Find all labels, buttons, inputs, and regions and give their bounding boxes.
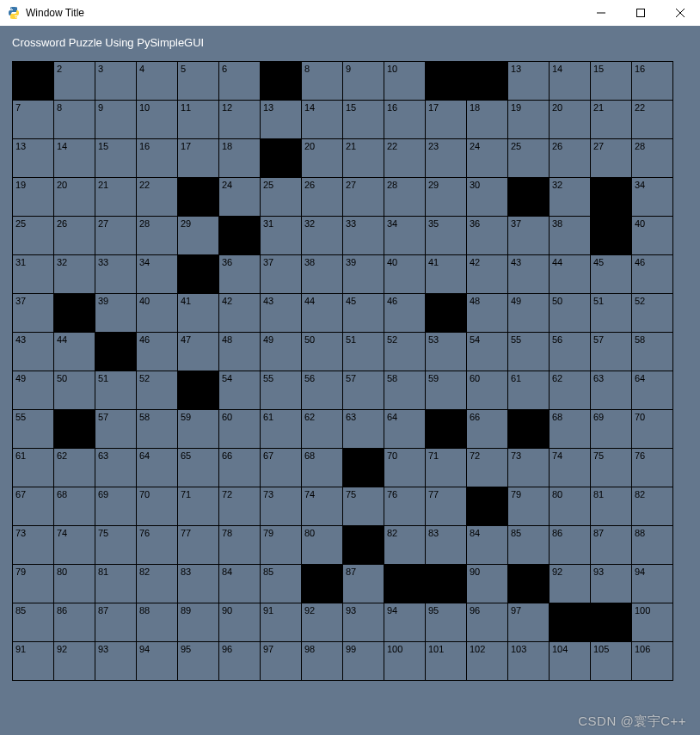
- crossword-cell[interactable]: 59: [178, 410, 219, 449]
- crossword-cell[interactable]: 55: [261, 371, 302, 410]
- crossword-cell[interactable]: 31: [13, 255, 54, 294]
- crossword-cell[interactable]: 17: [178, 139, 219, 178]
- crossword-cell[interactable]: 83: [426, 526, 467, 565]
- crossword-cell[interactable]: 40: [632, 217, 673, 255]
- crossword-cell[interactable]: 9: [95, 101, 137, 139]
- crossword-cell[interactable]: 18: [219, 139, 261, 178]
- crossword-cell[interactable]: 9: [343, 62, 384, 101]
- crossword-cell[interactable]: 82: [137, 565, 178, 603]
- crossword-cell[interactable]: 39: [343, 255, 384, 294]
- crossword-cell[interactable]: 68: [550, 410, 591, 449]
- crossword-cell[interactable]: 97: [508, 603, 550, 642]
- crossword-cell[interactable]: 64: [384, 410, 426, 449]
- crossword-cell[interactable]: 34: [384, 217, 426, 255]
- crossword-cell[interactable]: 50: [550, 294, 591, 333]
- crossword-cell[interactable]: 26: [550, 139, 591, 178]
- crossword-cell[interactable]: 74: [302, 487, 343, 526]
- crossword-cell[interactable]: 57: [591, 333, 632, 371]
- crossword-cell[interactable]: 2: [54, 62, 95, 101]
- crossword-cell[interactable]: 73: [13, 526, 54, 565]
- crossword-cell[interactable]: 19: [13, 178, 54, 217]
- crossword-cell[interactable]: 37: [13, 294, 54, 333]
- crossword-cell[interactable]: 59: [426, 371, 467, 410]
- crossword-cell[interactable]: 5: [178, 62, 219, 101]
- crossword-cell[interactable]: 51: [591, 294, 632, 333]
- crossword-cell[interactable]: 77: [426, 487, 467, 526]
- crossword-cell[interactable]: 75: [343, 487, 384, 526]
- crossword-cell[interactable]: 62: [302, 410, 343, 449]
- crossword-cell[interactable]: 10: [137, 101, 178, 139]
- crossword-cell[interactable]: 36: [219, 255, 261, 294]
- crossword-cell[interactable]: 21: [591, 101, 632, 139]
- crossword-cell[interactable]: 79: [508, 487, 550, 526]
- crossword-cell[interactable]: 86: [54, 603, 95, 642]
- crossword-cell[interactable]: 82: [384, 526, 426, 565]
- crossword-cell[interactable]: 61: [508, 371, 550, 410]
- crossword-cell[interactable]: 19: [508, 101, 550, 139]
- crossword-cell[interactable]: 80: [302, 526, 343, 565]
- crossword-cell[interactable]: 20: [302, 139, 343, 178]
- crossword-cell[interactable]: 88: [632, 526, 673, 565]
- crossword-cell[interactable]: 87: [591, 526, 632, 565]
- crossword-cell[interactable]: 57: [95, 410, 137, 449]
- crossword-cell[interactable]: 81: [591, 487, 632, 526]
- crossword-cell[interactable]: 55: [508, 333, 550, 371]
- crossword-cell[interactable]: 60: [219, 410, 261, 449]
- crossword-cell[interactable]: 17: [426, 101, 467, 139]
- crossword-cell[interactable]: 52: [384, 333, 426, 371]
- crossword-cell[interactable]: 41: [426, 255, 467, 294]
- crossword-cell[interactable]: 90: [219, 603, 261, 642]
- crossword-cell[interactable]: 85: [261, 565, 302, 603]
- crossword-cell[interactable]: 13: [508, 62, 550, 101]
- crossword-cell[interactable]: 34: [137, 255, 178, 294]
- crossword-cell[interactable]: 70: [137, 487, 178, 526]
- crossword-cell[interactable]: 41: [178, 294, 219, 333]
- crossword-cell[interactable]: 45: [343, 294, 384, 333]
- crossword-cell[interactable]: 87: [343, 565, 384, 603]
- crossword-cell[interactable]: 74: [54, 526, 95, 565]
- crossword-cell[interactable]: 56: [302, 371, 343, 410]
- crossword-cell[interactable]: 16: [384, 101, 426, 139]
- crossword-cell[interactable]: 68: [54, 487, 95, 526]
- minimize-button[interactable]: [581, 0, 621, 26]
- crossword-cell[interactable]: 22: [137, 178, 178, 217]
- crossword-cell[interactable]: 76: [137, 526, 178, 565]
- crossword-cell[interactable]: 100: [384, 642, 426, 681]
- crossword-cell[interactable]: 21: [343, 139, 384, 178]
- crossword-cell[interactable]: 49: [261, 333, 302, 371]
- crossword-cell[interactable]: 91: [13, 642, 54, 681]
- crossword-cell[interactable]: 49: [13, 371, 54, 410]
- crossword-cell[interactable]: 67: [13, 487, 54, 526]
- crossword-cell[interactable]: 29: [178, 217, 219, 255]
- crossword-cell[interactable]: 46: [384, 294, 426, 333]
- crossword-cell[interactable]: 106: [632, 642, 673, 681]
- crossword-cell[interactable]: 16: [137, 139, 178, 178]
- crossword-cell[interactable]: 73: [508, 449, 550, 487]
- crossword-cell[interactable]: 51: [343, 333, 384, 371]
- crossword-cell[interactable]: 27: [591, 139, 632, 178]
- crossword-cell[interactable]: 8: [54, 101, 95, 139]
- crossword-cell[interactable]: 62: [54, 449, 95, 487]
- crossword-cell[interactable]: 14: [302, 101, 343, 139]
- crossword-cell[interactable]: 7: [13, 101, 54, 139]
- crossword-cell[interactable]: 96: [219, 642, 261, 681]
- crossword-cell[interactable]: 22: [632, 101, 673, 139]
- crossword-cell[interactable]: 63: [95, 449, 137, 487]
- crossword-cell[interactable]: 92: [302, 603, 343, 642]
- crossword-cell[interactable]: 70: [632, 410, 673, 449]
- crossword-cell[interactable]: 13: [13, 139, 54, 178]
- crossword-cell[interactable]: 93: [343, 603, 384, 642]
- crossword-cell[interactable]: 88: [137, 603, 178, 642]
- maximize-button[interactable]: [621, 0, 660, 26]
- crossword-cell[interactable]: 50: [302, 333, 343, 371]
- crossword-cell[interactable]: 58: [632, 333, 673, 371]
- crossword-cell[interactable]: 72: [467, 449, 508, 487]
- crossword-cell[interactable]: 25: [508, 139, 550, 178]
- crossword-cell[interactable]: 74: [550, 449, 591, 487]
- crossword-cell[interactable]: 46: [137, 333, 178, 371]
- crossword-cell[interactable]: 23: [426, 139, 467, 178]
- crossword-cell[interactable]: 102: [467, 642, 508, 681]
- crossword-cell[interactable]: 80: [550, 487, 591, 526]
- crossword-cell[interactable]: 68: [302, 449, 343, 487]
- crossword-cell[interactable]: 92: [550, 565, 591, 603]
